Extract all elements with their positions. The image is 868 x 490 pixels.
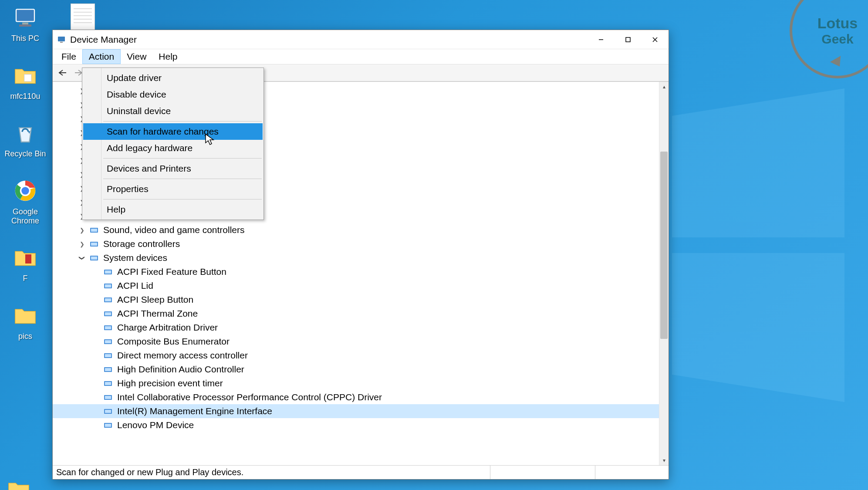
- tree-device-item[interactable]: Intel(R) Management Engine Interface: [53, 404, 669, 418]
- watermark-line1: Lotus: [817, 15, 858, 32]
- svg-rect-27: [105, 270, 111, 274]
- maximize-button[interactable]: [615, 30, 642, 49]
- tree-device-item[interactable]: ACPI Thermal Zone: [53, 307, 669, 321]
- device-icon: [103, 267, 113, 276]
- desktop-icon-chrome[interactable]: Google Chrome: [3, 177, 47, 225]
- tree-device-item[interactable]: ACPI Lid: [53, 279, 669, 293]
- desktop-icon-label: F: [3, 274, 47, 283]
- desktop-icon-label: mfc110u: [3, 92, 47, 101]
- menu-file[interactable]: File: [55, 49, 82, 64]
- tree-device-item[interactable]: High Definition Audio Controller: [53, 362, 669, 376]
- tree-label: System devices: [103, 253, 167, 263]
- svg-rect-11: [25, 254, 31, 264]
- desktop-icon-recycle-bin[interactable]: Recycle Bin: [3, 119, 47, 159]
- context-menu-item[interactable]: Update driver: [83, 70, 263, 86]
- device-manager-icon: [57, 35, 66, 44]
- tree-device-item[interactable]: Direct memory access controller: [53, 348, 669, 362]
- svg-marker-3: [672, 253, 844, 402]
- svg-rect-23: [91, 243, 97, 246]
- menu-action[interactable]: Action: [82, 49, 121, 64]
- category-icon: [89, 240, 99, 248]
- context-menu-item[interactable]: Scan for hardware changes: [83, 123, 263, 140]
- svg-rect-6: [19, 24, 31, 27]
- toolbar-back-button[interactable]: [56, 66, 69, 79]
- window-title: Device Manager: [70, 34, 137, 45]
- tree-label: ACPI Fixed Feature Button: [117, 267, 226, 277]
- spacer: [92, 421, 100, 429]
- tree-category[interactable]: Sound, video and game controllers: [53, 223, 669, 237]
- context-menu-item[interactable]: Add legacy hardware: [83, 140, 263, 156]
- tree-label: Composite Bus Enumerator: [117, 336, 230, 347]
- expand-icon[interactable]: [78, 226, 86, 234]
- context-menu-separator: [103, 199, 262, 199]
- context-menu-separator: [103, 121, 262, 122]
- desktop-icon-label: Recycle Bin: [3, 149, 47, 159]
- tree-device-item[interactable]: Charge Arbitration Driver: [53, 321, 669, 335]
- desktop-icon-pics[interactable]: pics: [3, 301, 47, 341]
- spacer: [92, 338, 100, 345]
- desktop-icon-label: This PC: [3, 34, 47, 43]
- tree-label: High precision event timer: [117, 378, 223, 389]
- desktop-icon-mfc110u[interactable]: mfc110u: [3, 61, 47, 101]
- tree-label: High Definition Audio Controller: [117, 364, 244, 375]
- context-menu-separator: [103, 179, 262, 179]
- action-context-menu: Update driverDisable deviceUninstall dev…: [82, 68, 264, 220]
- expand-icon[interactable]: [78, 254, 86, 262]
- status-text: Scan for changed or new Plug and Play de…: [56, 467, 490, 477]
- device-icon: [103, 295, 113, 304]
- tree-category[interactable]: System devices: [53, 251, 669, 265]
- watermark-line2: Geek: [821, 32, 853, 47]
- context-menu-item[interactable]: Devices and Printers: [83, 160, 263, 177]
- folder-icon: [11, 61, 39, 89]
- desktop-icon-label: Google Chrome: [3, 207, 47, 225]
- scroll-thumb[interactable]: [660, 152, 668, 339]
- context-menu-item[interactable]: Uninstall device: [83, 103, 263, 119]
- device-icon: [103, 337, 113, 346]
- tree-device-item[interactable]: ACPI Sleep Button: [53, 293, 669, 307]
- spacer: [92, 296, 100, 304]
- context-menu-separator: [103, 158, 262, 159]
- svg-rect-47: [105, 410, 111, 413]
- svg-rect-21: [91, 229, 97, 232]
- tree-device-item[interactable]: Intel Collaborative Processor Performanc…: [53, 390, 669, 404]
- vertical-scrollbar[interactable]: ▴ ▾: [659, 82, 669, 465]
- tree-device-item[interactable]: High precision event timer: [53, 376, 669, 390]
- tree-label: Intel Collaborative Processor Performanc…: [117, 392, 382, 402]
- context-menu-item[interactable]: Disable device: [83, 86, 263, 103]
- menu-view[interactable]: View: [121, 49, 152, 64]
- device-icon: [103, 323, 113, 332]
- spacer: [92, 351, 100, 359]
- svg-rect-33: [105, 312, 111, 315]
- menubar: File Action View Help: [53, 49, 669, 64]
- minimize-button[interactable]: [588, 30, 615, 49]
- tree-device-item[interactable]: Lenovo PM Device: [53, 418, 669, 432]
- tree-device-item[interactable]: Composite Bus Enumerator: [53, 335, 669, 348]
- tree-category[interactable]: Storage controllers: [53, 237, 669, 251]
- menu-help[interactable]: Help: [152, 49, 183, 64]
- desktop-icon-this-pc[interactable]: This PC: [3, 3, 47, 43]
- svg-rect-4: [16, 9, 34, 21]
- context-menu-item[interactable]: Help: [83, 201, 263, 218]
- spacer: [92, 268, 100, 276]
- device-icon: [103, 421, 113, 429]
- spacer: [92, 407, 100, 415]
- close-button[interactable]: [642, 30, 669, 49]
- desktop-icon-f[interactable]: F: [3, 243, 47, 283]
- chrome-icon: [11, 177, 39, 205]
- tree-device-item[interactable]: ACPI Fixed Feature Button: [53, 265, 669, 279]
- folder-icon: [11, 243, 39, 271]
- spacer: [92, 324, 100, 331]
- context-menu-item[interactable]: Properties: [83, 181, 263, 197]
- desktop-icon-partial[interactable]: [7, 477, 31, 490]
- svg-rect-41: [105, 368, 111, 371]
- scroll-down-icon[interactable]: ▾: [659, 456, 669, 465]
- device-icon: [103, 407, 113, 416]
- svg-rect-43: [105, 382, 111, 385]
- scroll-up-icon[interactable]: ▴: [659, 82, 669, 91]
- expand-icon[interactable]: [78, 240, 86, 248]
- svg-rect-5: [22, 23, 28, 25]
- device-icon: [103, 379, 113, 388]
- tree-label: Sound, video and game controllers: [103, 225, 245, 235]
- titlebar[interactable]: Device Manager: [53, 30, 669, 49]
- desktop-text-file[interactable]: [65, 3, 100, 33]
